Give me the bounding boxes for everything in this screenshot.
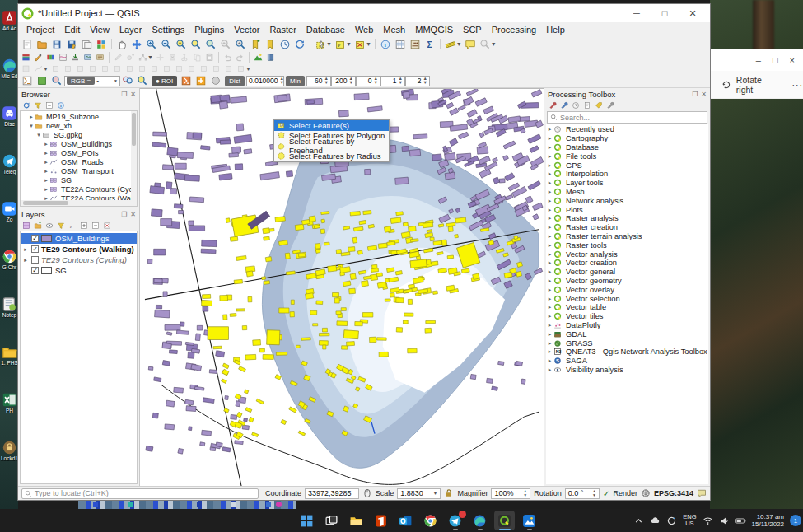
maptips-icon[interactable] bbox=[463, 38, 478, 51]
layers-undock-button[interactable]: ❐ bbox=[121, 211, 127, 218]
render-checkbox[interactable]: ✓ bbox=[603, 489, 609, 498]
open-project-icon[interactable] bbox=[35, 38, 49, 51]
notification-badge[interactable]: 1 bbox=[790, 515, 801, 526]
temporal-icon[interactable] bbox=[278, 38, 292, 51]
browser-item-te22a-contours-cycling[interactable]: ▸TE22A Contours (Cycling bbox=[21, 184, 137, 194]
vertex-icon[interactable] bbox=[137, 52, 149, 63]
shape6-icon[interactable] bbox=[111, 63, 124, 74]
menu-item-select-features-by-freehand[interactable]: Select Features by Freehand bbox=[274, 141, 389, 152]
battery-icon[interactable] bbox=[735, 516, 746, 526]
shape9-icon[interactable] bbox=[148, 63, 161, 74]
rotation-spin[interactable]: 0.0 °▲▼ bbox=[565, 488, 600, 499]
save-icon[interactable] bbox=[49, 38, 64, 51]
expand-mini-icon[interactable] bbox=[78, 221, 89, 231]
allow-edits-icon[interactable] bbox=[20, 63, 32, 74]
props-mini-icon[interactable]: i bbox=[55, 100, 66, 110]
toolbox-search-input[interactable]: Search... bbox=[547, 111, 707, 124]
delete-icon[interactable] bbox=[166, 52, 179, 63]
browser-item-sg[interactable]: ▸SG bbox=[21, 175, 137, 184]
taskbar-outlook[interactable] bbox=[395, 511, 416, 530]
scp-field-input[interactable]: 0.010000▲▼ bbox=[246, 76, 284, 86]
attribute-table-icon[interactable] bbox=[393, 38, 408, 51]
taskbar-office[interactable] bbox=[371, 511, 391, 530]
taskbar-photos[interactable] bbox=[519, 511, 539, 530]
taskbar-file-explorer[interactable] bbox=[346, 511, 366, 530]
new-project-icon[interactable] bbox=[20, 38, 35, 51]
style-manager-icon[interactable] bbox=[94, 38, 109, 51]
menu-mesh[interactable]: Mesh bbox=[378, 23, 410, 36]
wrench-blue-icon[interactable] bbox=[558, 100, 569, 110]
messages-icon[interactable] bbox=[697, 488, 707, 498]
circle-gray-icon[interactable] bbox=[208, 74, 223, 87]
save-as-icon[interactable] bbox=[64, 38, 79, 51]
expr-mini-icon[interactable]: ε bbox=[67, 221, 77, 231]
dropdown-caret[interactable]: ▼ bbox=[326, 41, 332, 47]
shape2-icon[interactable] bbox=[62, 63, 74, 74]
wifi-icon[interactable] bbox=[703, 516, 713, 526]
sync-icon[interactable] bbox=[666, 516, 677, 526]
browser-item-osm-pois[interactable]: ▸OSM_POIs bbox=[21, 148, 137, 157]
scp-classify-icon[interactable] bbox=[57, 52, 69, 63]
bookmark-new-icon[interactable] bbox=[248, 38, 263, 51]
toolbox-group-vector-geometry[interactable]: ▸Vector geometry bbox=[546, 277, 708, 286]
dropdown-caret[interactable]: ▼ bbox=[456, 41, 462, 47]
shape5-icon[interactable] bbox=[99, 63, 111, 74]
browser-item-osm-roads[interactable]: ▸OSM_Roads bbox=[21, 157, 137, 166]
desktop-icon-telegram[interactable]: Teleg bbox=[1, 153, 18, 175]
browser-undock-button[interactable]: ❐ bbox=[121, 91, 127, 98]
scp-preproc-icon[interactable] bbox=[82, 52, 94, 63]
desktop-icon-chrome[interactable]: G Chr bbox=[1, 249, 18, 270]
redo-icon[interactable] bbox=[234, 52, 246, 63]
toolbox-group-vector-overlay[interactable]: ▸Vector overlay bbox=[546, 285, 708, 294]
scp-field-input[interactable]: 1▲▼ bbox=[380, 76, 405, 86]
onedrive-icon[interactable] bbox=[650, 516, 661, 526]
taskbar-task-view[interactable] bbox=[321, 511, 342, 530]
scale-combo[interactable]: 1:8830▼ bbox=[397, 488, 441, 499]
menu-project[interactable]: Project bbox=[21, 23, 59, 36]
search-icon[interactable] bbox=[478, 38, 493, 51]
lock-scale-icon[interactable] bbox=[444, 488, 454, 498]
shape4-icon[interactable] bbox=[86, 63, 99, 74]
scp-field-input[interactable]: 60▲▼ bbox=[306, 76, 331, 86]
sigma-stats-icon[interactable]: Σ bbox=[423, 38, 437, 51]
desktop-icon-lockdown[interactable]: Lockd Bro bbox=[1, 440, 18, 461]
taskbar-edge[interactable] bbox=[469, 511, 490, 530]
toolbox-group-grass[interactable]: ▸GRASS bbox=[546, 338, 708, 348]
layer-visibility-checkbox[interactable]: ✓ bbox=[31, 267, 39, 274]
toolbox-undock-button[interactable]: ❐ bbox=[692, 91, 698, 98]
toolbox-group-gdal[interactable]: ▸GDAL bbox=[546, 329, 708, 338]
zoom-layer-icon[interactable] bbox=[203, 38, 218, 51]
toolbox-group-vector-analysis[interactable]: ▸Vector analysis bbox=[546, 250, 708, 259]
browser-item-mp19-subzone[interactable]: ▸MP19_Subzone bbox=[21, 112, 137, 121]
paste-icon[interactable] bbox=[203, 52, 216, 63]
add-feature-icon[interactable] bbox=[124, 52, 137, 63]
toolbox-group-recently-used[interactable]: ▸Recently used bbox=[546, 125, 708, 134]
zoom-selection-icon[interactable] bbox=[189, 38, 203, 51]
desktop-icon-folder[interactable]: 1. PHS bbox=[1, 344, 18, 366]
menu-item-select-features-by-radius[interactable]: Select Features by Radius bbox=[274, 152, 389, 162]
toolbox-group-vector-table[interactable]: ▸Vector table bbox=[546, 303, 708, 312]
layer-item-te29-contours-cycling-[interactable]: ▸TE29 Contours (Cycling) bbox=[21, 254, 137, 265]
browser-item-osm-buildings[interactable]: ▸OSM_Buildings bbox=[21, 139, 137, 148]
toolbox-group-visibility-analysis[interactable]: ▸Visibility analysis bbox=[546, 366, 708, 375]
scp-bandset-icon[interactable] bbox=[20, 52, 32, 63]
toolbox-group-file-tools[interactable]: ▸File tools bbox=[546, 152, 708, 161]
shape3-icon[interactable] bbox=[74, 63, 86, 74]
toolbox-group-layer-tools[interactable]: ▸Layer tools bbox=[546, 179, 708, 188]
tray-chevron-icon[interactable] bbox=[633, 516, 644, 526]
digitize-icon[interactable] bbox=[112, 52, 124, 63]
pan-icon[interactable] bbox=[114, 38, 129, 51]
mountain-icon[interactable] bbox=[252, 52, 264, 63]
toolbox-group-raster-terrain-analysis[interactable]: ▸Raster terrain analysis bbox=[546, 232, 708, 241]
volume-icon[interactable] bbox=[719, 516, 730, 526]
menu-item-select-feature-s-[interactable]: Select Feature(s) bbox=[274, 120, 389, 131]
copy-icon[interactable] bbox=[191, 52, 203, 63]
menu-layer[interactable]: Layer bbox=[114, 23, 147, 36]
menu-database[interactable]: Database bbox=[301, 23, 350, 36]
layers-close-button[interactable]: ✕ bbox=[130, 211, 136, 218]
browser-item-osm-transport[interactable]: ▸OSM_Transport bbox=[21, 166, 137, 175]
maximize-button[interactable]: □ bbox=[651, 4, 679, 22]
desktop-icon-adobe[interactable]: Ad Ac bbox=[1, 10, 18, 31]
move-icon[interactable] bbox=[154, 52, 166, 63]
toolbox-group-vector-selection[interactable]: ▸Vector selection bbox=[546, 294, 708, 303]
